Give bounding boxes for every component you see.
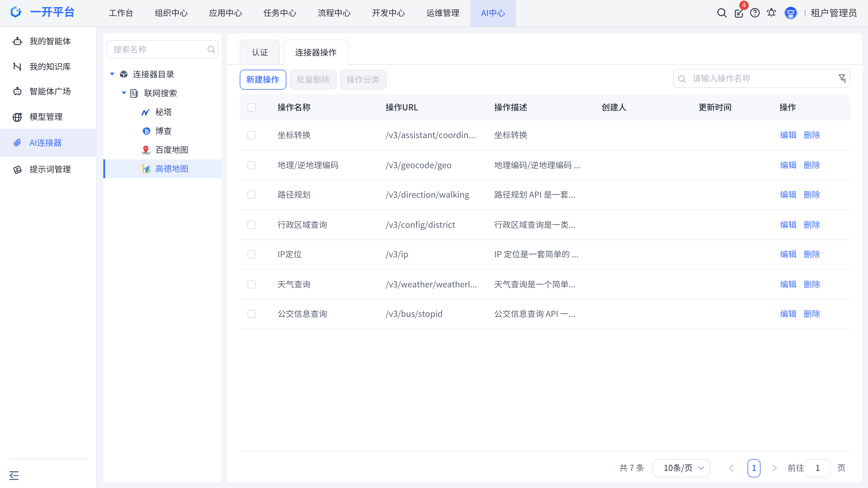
svg-text:du: du [144, 147, 147, 150]
